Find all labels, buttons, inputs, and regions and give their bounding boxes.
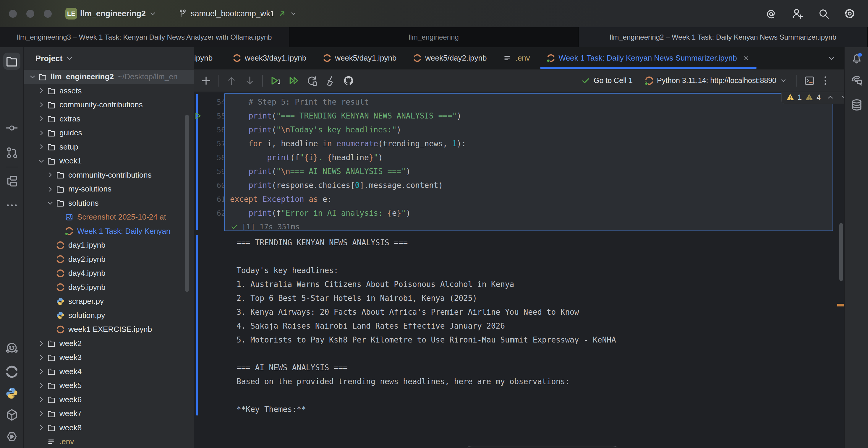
ai-assistant-icon[interactable] <box>850 73 864 87</box>
run-all-cells-button[interactable] <box>288 75 300 87</box>
notifications-bell-icon[interactable] <box>850 51 864 65</box>
tree-item-my-solutions[interactable]: my-solutions <box>24 182 194 196</box>
huggingface-icon[interactable] <box>5 341 19 355</box>
editor-tab[interactable]: week5/day2.ipynb <box>405 47 495 69</box>
run-line-icon[interactable] <box>194 111 203 120</box>
code-line[interactable]: print(response.choices[0].message.conten… <box>230 179 833 192</box>
package-icon[interactable] <box>5 408 19 422</box>
chevron-down-icon[interactable] <box>28 72 37 81</box>
jupyter-console-icon[interactable] <box>804 75 815 87</box>
add-cell-button[interactable] <box>200 75 212 87</box>
tree-item-community-contributions[interactable]: community-contributions <box>24 98 194 112</box>
github-icon[interactable] <box>343 75 354 87</box>
tree-item-day2-ipynb[interactable]: day2.ipynb <box>24 252 194 266</box>
tree-item-week-1-task-daily-kenyan[interactable]: Week 1 Task: Daily Kenyan <box>24 224 194 238</box>
tree-item-day1-ipynb[interactable]: day1.ipynb <box>24 238 194 252</box>
search-icon[interactable] <box>817 7 830 20</box>
code-line[interactable]: for i, headline in enumerate(trending_ne… <box>230 137 833 151</box>
chevron-right-icon[interactable] <box>37 395 46 404</box>
more-icon[interactable] <box>5 199 19 212</box>
mention-spiral-icon[interactable] <box>765 7 778 20</box>
tree-item-solutions[interactable]: solutions <box>24 196 194 211</box>
window-tab[interactable]: llm_engineering <box>289 27 579 47</box>
code-line[interactable]: print(f"Error in AI analysis: {e}") <box>230 206 833 220</box>
code-line[interactable]: print("\n=== AI NEWS ANALYSIS ===") <box>230 165 833 179</box>
prev-problem-icon[interactable] <box>826 93 835 102</box>
code-cell[interactable]: # Step 5: Print the result print("=== TR… <box>224 93 833 231</box>
chevron-down-icon[interactable] <box>46 199 55 207</box>
tree-item-screenshot-2025-10-24-at[interactable]: Screenshot 2025-10-24 at <box>24 210 194 224</box>
minimize-window-button[interactable] <box>26 10 34 18</box>
chevron-right-icon[interactable] <box>37 381 46 390</box>
chevron-right-icon[interactable] <box>37 367 46 376</box>
tree-item-week5[interactable]: week5 <box>24 379 194 393</box>
editor-tab[interactable]: Week 1 Task: Daily Kenyan News Summarize… <box>538 47 758 69</box>
tree-item-week6[interactable]: week6 <box>24 393 194 407</box>
play-icon[interactable] <box>5 430 19 444</box>
restart-kernel-button[interactable] <box>306 75 318 87</box>
project-panel-header[interactable]: Project <box>24 47 194 70</box>
project-widget[interactable]: LE llm_engineering2 <box>65 8 157 20</box>
editor-tab[interactable]: .env <box>495 47 538 69</box>
clear-outputs-button[interactable] <box>324 75 336 87</box>
jupyter-icon[interactable] <box>5 365 19 379</box>
tree-item-day4-ipynb[interactable]: day4.ipynb <box>24 266 194 281</box>
zoom-window-button[interactable] <box>44 10 52 18</box>
tree-item-community-contributions[interactable]: community-contributions <box>24 168 194 182</box>
code-line[interactable]: # Step 5: Print the result <box>230 95 833 109</box>
window-controls[interactable] <box>9 10 52 18</box>
tree-item-assets[interactable]: assets <box>24 84 194 98</box>
database-icon[interactable] <box>850 98 864 112</box>
tree-item-week2[interactable]: week2 <box>24 337 194 351</box>
tree-item-day5-ipynb[interactable]: day5.ipynb <box>24 281 194 295</box>
tree-item--env[interactable]: .env <box>24 435 194 448</box>
chevron-right-icon[interactable] <box>37 129 46 137</box>
tree-item-setup[interactable]: setup <box>24 140 194 154</box>
tree-item-week4[interactable]: week4 <box>24 365 194 379</box>
tree-item-extras[interactable]: extras <box>24 112 194 126</box>
inspection-widget[interactable]: 1 4 <box>781 92 844 104</box>
tree-item-week3[interactable]: week3 <box>24 350 194 365</box>
move-cell-up-button[interactable] <box>225 75 238 87</box>
chevron-right-icon[interactable] <box>37 353 46 362</box>
goto-cell-button[interactable]: Go to Cell 1 <box>581 76 633 86</box>
project-tree-scrollbar[interactable] <box>185 115 189 292</box>
tree-item-week7[interactable]: week7 <box>24 407 194 421</box>
code-line[interactable]: print(f"{i}. {headline}") <box>230 151 833 165</box>
chevron-down-icon[interactable] <box>37 157 46 165</box>
branch-widget[interactable]: samuel_bootcamp_wk1 <box>178 8 297 19</box>
tree-item-week1-exercise-ipynb[interactable]: week1 EXERCISE.ipynb <box>24 322 194 337</box>
structure-icon[interactable] <box>5 174 19 188</box>
kernel-selector[interactable]: Python 3.11.14: http://localhost:8890 <box>645 76 787 86</box>
chevron-right-icon[interactable] <box>37 86 46 95</box>
tree-item-week1[interactable]: week1 <box>24 154 194 168</box>
settings-gear-icon[interactable] <box>843 7 856 20</box>
editor-tab[interactable]: ipynb <box>194 47 224 69</box>
code-line[interactable]: print("=== TRENDING KENYAN NEWS ANALYSIS… <box>230 109 833 123</box>
pull-request-icon[interactable] <box>5 146 19 160</box>
move-cell-down-button[interactable] <box>244 75 256 87</box>
tree-item-guides[interactable]: guides <box>24 126 194 140</box>
commit-icon[interactable] <box>5 121 19 135</box>
tree-item-solution-py[interactable]: solution.py <box>24 309 194 323</box>
project-folder-icon[interactable] <box>3 53 21 70</box>
tab-list-chevron-icon[interactable] <box>827 53 837 63</box>
window-tab[interactable]: llm_engineering3 – Week 1 Task: Kenyan D… <box>0 27 289 47</box>
next-problem-icon[interactable] <box>840 93 844 102</box>
editor-scrollbar[interactable] <box>839 223 843 281</box>
editor-tab[interactable]: week3/day1.ipynb <box>224 47 315 69</box>
chevron-right-icon[interactable] <box>37 100 46 109</box>
run-cell-button[interactable] <box>269 75 281 87</box>
chevron-right-icon[interactable] <box>37 423 46 432</box>
chevron-right-icon[interactable] <box>37 409 46 418</box>
chevron-right-icon[interactable] <box>46 170 55 180</box>
kebab-menu-icon[interactable] <box>819 75 831 87</box>
code-line[interactable]: print("\nToday's key headlines:") <box>230 123 833 137</box>
python-icon[interactable] <box>5 387 19 400</box>
window-tab[interactable]: llm_engineering2 – Week 1 Task: Daily Ke… <box>579 27 868 47</box>
chevron-right-icon[interactable] <box>46 185 55 194</box>
code-line[interactable]: except Exception as e: <box>230 192 833 206</box>
tree-item-llm-engineering2[interactable]: llm_engineering2~/Desktop/llm_en <box>24 70 194 84</box>
add-user-icon[interactable] <box>791 7 804 20</box>
chevron-right-icon[interactable] <box>37 115 46 123</box>
